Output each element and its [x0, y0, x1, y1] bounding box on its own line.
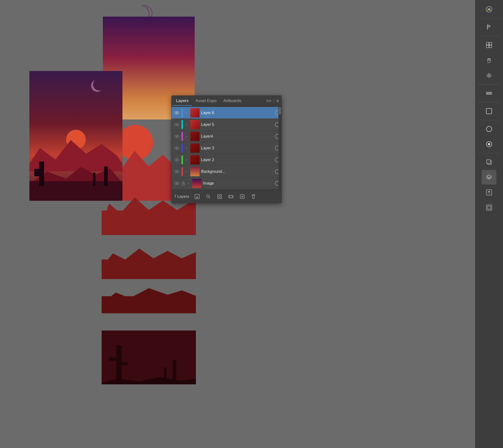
layer-row[interactable]: › Layer 2 — [172, 154, 281, 166]
layer-row[interactable]: › Background... — [172, 166, 281, 177]
layer-visibility-toggle[interactable] — [173, 180, 180, 187]
layer-visibility-toggle[interactable] — [173, 109, 180, 116]
cactus-main — [116, 345, 122, 384]
svg-point-30 — [489, 10, 491, 11]
square-outline-icon[interactable] — [482, 104, 496, 118]
copy-icon[interactable] — [482, 155, 496, 169]
layer-count: 7 Layers — [174, 194, 189, 199]
layer-expand-toggle[interactable]: › — [184, 157, 189, 162]
svg-rect-34 — [486, 45, 489, 48]
palette-icon[interactable] — [482, 2, 496, 17]
toolbar-divider — [478, 153, 500, 153]
layer-color-indicator — [181, 144, 183, 153]
layer-name: Background... — [201, 169, 273, 174]
svg-point-28 — [489, 8, 491, 9]
mask-button[interactable] — [215, 192, 224, 201]
layer-thumbnail — [192, 179, 202, 188]
delete-layer-button[interactable] — [249, 192, 258, 201]
svg-rect-20 — [229, 195, 233, 198]
layers-panel: Layers Asset Expo Artboards >> | ≡ › — [171, 96, 282, 203]
preview-card — [29, 71, 122, 201]
right-toolbar — [475, 0, 503, 448]
layer-name: Layer4 — [201, 134, 273, 139]
preview-moon — [93, 78, 105, 91]
mountain-fill-2 — [102, 210, 196, 235]
mountain-fill-3 — [102, 259, 196, 279]
layers-list: › Layer 6 › Layer 5 — [172, 107, 281, 190]
lines-icon[interactable] — [482, 86, 496, 101]
svg-rect-51 — [487, 206, 490, 209]
export-button[interactable] — [193, 192, 202, 201]
layer-expand-toggle[interactable]: › — [184, 111, 189, 115]
more-icon[interactable]: >> — [266, 98, 271, 104]
canvas: ☽ Layers Asset Expo Artboards — [0, 0, 475, 448]
toolbar-divider — [478, 18, 500, 18]
layers-panel-icon[interactable] — [482, 170, 496, 185]
layers-scrollbar[interactable] — [278, 107, 281, 190]
menu-icon[interactable]: ≡ — [276, 98, 279, 104]
layers-panel-header: Layers Asset Expo Artboards >> | ≡ — [172, 96, 281, 107]
svg-point-7 — [176, 147, 178, 149]
hand-icon[interactable] — [482, 53, 496, 67]
svg-line-17 — [209, 197, 210, 198]
svg-point-3 — [176, 124, 178, 125]
svg-rect-32 — [486, 42, 489, 45]
layer-visibility-toggle[interactable] — [173, 156, 180, 163]
layers-header-more: >> | ≡ — [266, 98, 280, 104]
grid-icon[interactable] — [482, 38, 496, 52]
svg-rect-33 — [489, 42, 492, 45]
circle-outline-icon[interactable] — [482, 122, 496, 136]
add-layer-button[interactable] — [238, 192, 247, 201]
radial-icon[interactable] — [482, 137, 496, 152]
svg-point-38 — [489, 75, 491, 77]
svg-rect-14 — [182, 183, 184, 185]
layer-expand-toggle[interactable]: › — [184, 134, 189, 139]
cactus-hill — [102, 370, 196, 384]
svg-point-1 — [176, 112, 178, 113]
layer-row[interactable]: › Layer 6 — [172, 107, 281, 119]
toolbar-divider — [478, 120, 500, 120]
svg-point-5 — [176, 136, 178, 137]
svg-rect-18 — [218, 195, 222, 199]
layer-expand-toggle[interactable]: › — [184, 146, 189, 151]
svg-point-16 — [207, 195, 209, 197]
layer-visibility-toggle[interactable] — [173, 121, 180, 128]
layer-row[interactable]: › Layer 3 — [172, 142, 281, 154]
group-button[interactable] — [226, 192, 236, 201]
svg-rect-50 — [486, 205, 492, 210]
svg-rect-48 — [487, 160, 490, 163]
layer-visibility-toggle[interactable] — [173, 144, 180, 152]
club-icon[interactable] — [482, 68, 496, 83]
layers-panel-footer: 7 Layers — [172, 190, 281, 203]
layer-name: Layer 2 — [201, 158, 273, 162]
svg-point-11 — [176, 171, 178, 172]
search-layers-button[interactable] — [204, 192, 213, 201]
mountain-fill-4 — [102, 296, 196, 313]
layer-name: Image — [203, 181, 273, 186]
layer-thumbnail — [190, 120, 200, 129]
layer-color-indicator — [181, 109, 183, 117]
svg-rect-43 — [486, 109, 492, 114]
layer-row[interactable]: › Layer4 — [172, 130, 281, 142]
tab-asset-explorer[interactable]: Asset Expo — [192, 96, 220, 106]
export-icon[interactable] — [482, 185, 496, 200]
layer-lock-icon[interactable] — [180, 181, 186, 186]
toolbar-divider — [478, 84, 500, 84]
component-icon[interactable] — [482, 200, 496, 215]
layer-expand-toggle[interactable]: › — [186, 181, 191, 186]
tab-artboards[interactable]: Artboards — [220, 96, 245, 106]
layer-row[interactable]: › Layer 5 — [172, 119, 281, 130]
svg-point-19 — [219, 196, 221, 198]
layer-row[interactable]: › Image — [172, 177, 281, 189]
layer-visibility-toggle[interactable] — [173, 133, 180, 140]
layer-expand-toggle[interactable]: › — [184, 169, 189, 174]
layer-expand-toggle[interactable]: › — [184, 122, 189, 127]
layer-name: Layer 5 — [201, 122, 273, 127]
svg-point-37 — [487, 75, 489, 77]
svg-point-13 — [176, 183, 178, 184]
tab-layers[interactable]: Layers — [173, 96, 192, 106]
layer-name: Layer 3 — [201, 146, 273, 150]
flag-icon[interactable] — [482, 20, 496, 34]
layer-visibility-toggle[interactable] — [173, 168, 180, 175]
svg-point-31 — [488, 9, 490, 10]
